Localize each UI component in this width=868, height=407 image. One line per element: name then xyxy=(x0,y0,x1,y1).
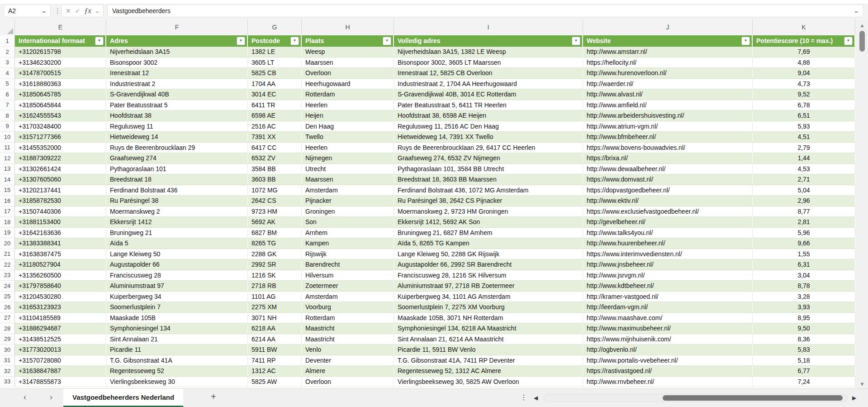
next-sheet-icon[interactable]: › xyxy=(50,393,52,402)
cell-E27[interactable]: +31104185589 xyxy=(15,313,106,324)
cell-H2[interactable]: Weesp xyxy=(302,47,394,57)
cell-H32[interactable]: Almere xyxy=(302,366,394,377)
cell-E12[interactable]: +31887309222 xyxy=(15,153,106,164)
row-number[interactable]: 32 xyxy=(0,366,15,377)
cell-E29[interactable]: +31438512525 xyxy=(15,334,106,345)
cell-H25[interactable]: Amsterdam xyxy=(302,292,394,302)
cell-G29[interactable]: 6214 AA xyxy=(248,334,302,345)
cell-G2[interactable]: 1382 LE xyxy=(248,47,302,57)
row-number[interactable]: 8 xyxy=(0,110,15,121)
cell-H3[interactable]: Maarssen xyxy=(302,57,394,68)
cell-E26[interactable]: +31653123923 xyxy=(15,302,106,313)
cell-E25[interactable]: +31204530280 xyxy=(15,292,106,302)
cell-H26[interactable]: Voorburg xyxy=(302,302,394,313)
cell-E19[interactable]: +31642163636 xyxy=(15,228,106,239)
cell-K11[interactable]: 2,79 xyxy=(753,143,855,153)
cell-E16[interactable]: +31858782530 xyxy=(15,196,106,206)
row-number[interactable]: 15 xyxy=(0,185,15,196)
cell-F11[interactable]: Ruys de Beerenbroucklaan 29 xyxy=(106,143,248,153)
row-number[interactable]: 21 xyxy=(0,249,15,260)
cell-G11[interactable]: 6417 CC xyxy=(248,143,302,153)
horizontal-scrollbar[interactable] xyxy=(544,394,848,402)
cell-K4[interactable]: 9,04 xyxy=(753,68,855,79)
cell-H29[interactable]: Maastricht xyxy=(302,334,394,345)
column-header-J[interactable]: J xyxy=(583,19,753,35)
cell-I32[interactable]: Regentesseweg 52, 1312 AC Almere xyxy=(394,366,583,377)
filter-button[interactable]: ▼ xyxy=(95,37,104,45)
cell-K14[interactable]: 2,71 xyxy=(753,174,855,185)
cell-I2[interactable]: Nijverheidslaan 3A15, 1382 LE Weesp xyxy=(394,47,583,57)
row-number[interactable]: 5 xyxy=(0,79,15,90)
cell-H31[interactable]: Deventer xyxy=(302,355,394,366)
cell-G7[interactable]: 6411 TR xyxy=(248,100,302,111)
cell-G22[interactable]: 2992 SR xyxy=(248,259,302,270)
cell-H7[interactable]: Heerlen xyxy=(302,100,394,111)
cell-E4[interactable]: +31478700515 xyxy=(15,68,106,79)
cell-E5[interactable]: +31618880363 xyxy=(15,79,106,90)
cell-K24[interactable]: 8,78 xyxy=(753,281,855,292)
filter-button[interactable]: ▼ xyxy=(741,37,750,45)
cell-H5[interactable]: Heerhugowaard xyxy=(302,79,394,90)
cell-K7[interactable]: 6,78 xyxy=(753,100,855,111)
formula-bar-expand-chevron-down-icon[interactable]: ⌄ xyxy=(853,8,859,14)
row-number[interactable]: 31 xyxy=(0,355,15,366)
scroll-right-icon[interactable]: ▶ xyxy=(852,395,856,401)
cell-H21[interactable]: Rijswijk xyxy=(302,249,394,260)
cell-J24[interactable]: http://www.kdtbeheer.nl/ xyxy=(583,281,753,292)
cell-I29[interactable]: Sint Annalaan 21, 6214 AA Maastricht xyxy=(394,334,583,345)
fx-chevron-down-icon[interactable]: ⌄ xyxy=(94,9,100,14)
row-number[interactable]: 22 xyxy=(0,259,15,270)
cell-F30[interactable]: Picardie 11 xyxy=(106,345,248,355)
header-cell-I[interactable]: Volledig adres▼ xyxy=(394,35,583,47)
cell-J20[interactable]: http://www.huurenbeheer.nl/ xyxy=(583,238,753,249)
cell-J10[interactable]: http://www.bfmbeheer.nl/ xyxy=(583,132,753,143)
cell-E8[interactable]: +31624555543 xyxy=(15,110,106,121)
cell-H22[interactable]: Barendrecht xyxy=(302,259,394,270)
cell-F21[interactable]: Lange Kleiweg 50 xyxy=(106,249,248,260)
row-number[interactable]: 30 xyxy=(0,345,15,355)
cell-K6[interactable]: 9,52 xyxy=(753,89,855,100)
row-number[interactable]: 2 xyxy=(0,47,15,57)
cell-H33[interactable]: Overloon xyxy=(302,377,394,388)
cell-G4[interactable]: 5825 CB xyxy=(248,68,302,79)
cell-J18[interactable]: http://gevelbeheer.nl/ xyxy=(583,217,753,228)
cell-K12[interactable]: 1,44 xyxy=(753,153,855,164)
cell-J19[interactable]: http://www.talks4you.nl/ xyxy=(583,228,753,239)
column-header-E[interactable]: E xyxy=(15,19,106,35)
cell-E11[interactable]: +31455352000 xyxy=(15,143,106,153)
cell-K22[interactable]: 6,31 xyxy=(753,259,855,270)
cell-K33[interactable]: 7,24 xyxy=(753,377,855,388)
cell-F3[interactable]: Bisonspoor 3002 xyxy=(106,57,248,68)
cell-I8[interactable]: Hoofdstraat 38, 6598 AE Heijen xyxy=(394,110,583,121)
row-number[interactable]: 11 xyxy=(0,143,15,153)
cell-F32[interactable]: Regentesseweg 52 xyxy=(106,366,248,377)
cell-H4[interactable]: Overloon xyxy=(302,68,394,79)
cell-J23[interactable]: http://www.jsrvgm.nl/ xyxy=(583,270,753,281)
cell-E23[interactable]: +31356260500 xyxy=(15,270,106,281)
cell-I9[interactable]: Regulusweg 11, 2516 AC Den Haag xyxy=(394,121,583,132)
row-number[interactable]: 27 xyxy=(0,313,15,324)
cell-J27[interactable]: http://www.maashave.com/ xyxy=(583,313,753,324)
cell-K29[interactable]: 8,36 xyxy=(753,334,855,345)
column-header-G[interactable]: G xyxy=(248,19,302,35)
cell-K5[interactable]: 4,73 xyxy=(753,79,855,90)
cell-F25[interactable]: Kuiperbergweg 34 xyxy=(106,292,248,302)
cell-I6[interactable]: S-Gravendijkwal 40B, 3014 EC Rotterdam xyxy=(394,89,583,100)
cell-I10[interactable]: Hietweideweg 14, 7391 XX Twello xyxy=(394,132,583,143)
cell-F33[interactable]: Vierlingsbeekseweg 30 xyxy=(106,377,248,388)
cell-H18[interactable]: Son xyxy=(302,217,394,228)
cell-E7[interactable]: +31850645844 xyxy=(15,100,106,111)
row-number[interactable]: 25 xyxy=(0,292,15,302)
cell-H12[interactable]: Nijmegen xyxy=(302,153,394,164)
cell-J33[interactable]: http://www.rnvbeheer.nl/ xyxy=(583,377,753,388)
cell-F16[interactable]: Ru Parésingel 38 xyxy=(106,196,248,206)
row-number[interactable]: 20 xyxy=(0,238,15,249)
cell-E22[interactable]: +31180527904 xyxy=(15,259,106,270)
cell-J6[interactable]: http://www.alvast.nl/ xyxy=(583,89,753,100)
cell-K8[interactable]: 6,51 xyxy=(753,110,855,121)
sheet-tab-active[interactable]: Vastgoedbeheerders Nederland xyxy=(63,389,183,407)
row-number[interactable]: 29 xyxy=(0,334,15,345)
scroll-down-icon[interactable]: ▼ xyxy=(856,381,868,387)
horizontal-scrollbar-thumb[interactable] xyxy=(663,395,843,401)
cell-G21[interactable]: 2288 GK xyxy=(248,249,302,260)
